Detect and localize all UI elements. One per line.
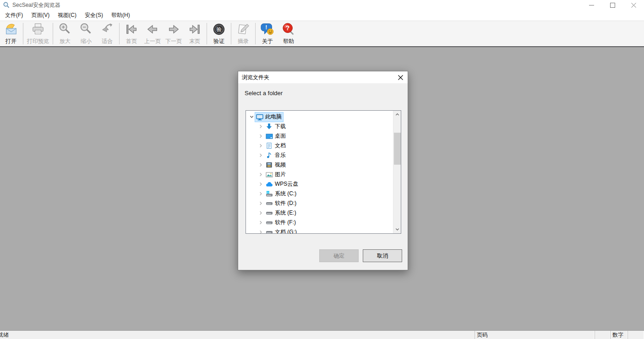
chevron-right-icon[interactable] [257, 171, 264, 178]
dialog-close-button[interactable] [393, 71, 408, 83]
toolbar-separator [207, 23, 207, 44]
tree-item-videos[interactable]: 视频 [246, 160, 401, 170]
fit-button[interactable]: 适合 [97, 21, 118, 46]
chevron-right-icon[interactable] [257, 161, 264, 168]
tree-item-music[interactable]: 音乐 [246, 151, 401, 160]
tree-item-wps-cloud[interactable]: WPS云盘 [246, 179, 401, 189]
tree-scrollbar[interactable] [393, 111, 401, 233]
svg-text:验: 验 [216, 27, 221, 32]
zoom-in-icon [58, 22, 72, 37]
tree-item-drive-g[interactable]: 文档 (G:) [246, 227, 401, 234]
tree-item-this-pc[interactable]: 此电脑 [246, 112, 401, 122]
prev-page-button[interactable]: 上一页 [142, 21, 163, 46]
tree-item-desktop[interactable]: 桌面 [246, 131, 401, 141]
chevron-right-icon[interactable] [257, 152, 264, 159]
titlebar: SecSeal安全阅览器 [0, 0, 644, 10]
menu-view[interactable]: 视图(C) [54, 10, 81, 21]
toolbar-separator [53, 23, 53, 44]
toolbar-label: 打开 [5, 38, 16, 45]
verify-button[interactable]: 验 验证 [208, 21, 229, 46]
toolbar-separator [119, 23, 120, 44]
next-page-icon [166, 22, 181, 37]
minimize-button[interactable] [581, 0, 602, 10]
tree-item-pictures[interactable]: 图片 [246, 170, 401, 179]
tree-item-drive-e[interactable]: 系统 (E:) [246, 208, 401, 218]
close-button[interactable] [623, 0, 644, 10]
cancel-button[interactable]: 取消 [363, 249, 402, 262]
chevron-right-icon[interactable] [257, 133, 264, 140]
tree-item-label: 系统 (C:) [274, 189, 298, 199]
toolbar-separator [255, 23, 256, 44]
chevron-right-icon[interactable] [257, 200, 264, 207]
chevron-right-icon[interactable] [257, 123, 264, 130]
status-empty-pane [595, 331, 610, 339]
open-button[interactable]: 打开 [0, 21, 22, 46]
folder-tree: 此电脑 下载 桌面 [246, 110, 401, 234]
toolbar-label: 放大 [60, 38, 71, 45]
menu-help[interactable]: 帮助(H) [107, 10, 134, 21]
toolbar-label: 适合 [102, 38, 113, 45]
chevron-right-icon[interactable] [257, 219, 264, 226]
tree-item-label: 此电脑 [265, 113, 283, 122]
drive-icon [265, 229, 273, 234]
maximize-button[interactable] [602, 0, 623, 10]
zoom-in-button[interactable]: 放大 [55, 21, 76, 46]
chevron-down-icon[interactable] [248, 113, 255, 120]
tree-item-label: 视频 [274, 161, 287, 170]
help-button[interactable]: ? 帮助 [278, 21, 299, 46]
excerpt-button[interactable]: 摘录 [233, 21, 254, 46]
menubar: 文件(F) 页面(V) 视图(C) 安全(S) 帮助(H) [0, 10, 644, 21]
tree-item-documents[interactable]: 文档 [246, 141, 401, 151]
toolbar-label: 缩小 [81, 38, 92, 45]
tree-item-drive-d[interactable]: 软件 (D:) [246, 199, 401, 208]
about-button[interactable]: ! 关于 [257, 21, 278, 46]
tree-item-label: 图片 [274, 170, 287, 179]
chevron-right-icon[interactable] [257, 229, 264, 234]
system-drive-icon [265, 190, 273, 198]
excerpt-icon [236, 22, 251, 37]
app-window: SecSeal安全阅览器 文件(F) 页面(V) 视图(C) 安全(S) 帮助(… [0, 0, 644, 339]
scroll-down-icon[interactable] [393, 226, 401, 233]
help-icon: ? [281, 22, 296, 37]
drive-icon [265, 219, 273, 226]
toolbar-label: 末页 [189, 38, 200, 45]
tree-item-drive-c[interactable]: 系统 (C:) [246, 189, 401, 199]
scrollbar-thumb[interactable] [394, 133, 401, 165]
chevron-right-icon[interactable] [257, 210, 264, 216]
print-preview-button[interactable]: 打印预览 [25, 21, 51, 46]
prev-page-icon [145, 22, 160, 37]
svg-text:!: ! [265, 24, 267, 31]
tree-item-downloads[interactable]: 下载 [246, 122, 401, 131]
selected-highlight: 此电脑 [255, 113, 283, 122]
dialog-prompt: Select a folder [245, 90, 283, 97]
fit-icon [100, 22, 115, 37]
pictures-icon [265, 171, 273, 178]
first-page-button[interactable]: 首页 [121, 21, 142, 46]
window-controls [581, 0, 644, 10]
drive-icon [265, 210, 273, 217]
chevron-right-icon[interactable] [257, 190, 264, 197]
print-preview-icon [31, 22, 45, 37]
ok-button[interactable]: 确定 [319, 249, 359, 262]
menu-security[interactable]: 安全(S) [81, 10, 107, 21]
documents-icon [265, 142, 273, 150]
music-icon [265, 152, 273, 159]
chevron-right-icon[interactable] [257, 181, 264, 188]
tree-item-label: 软件 (D:) [274, 199, 298, 208]
statusbar: 就绪 页码 数字 [0, 330, 644, 339]
menu-page[interactable]: 页面(V) [27, 10, 54, 21]
dialog-titlebar: 浏览文件夹 [238, 71, 408, 83]
verify-icon: 验 [212, 22, 226, 37]
zoom-out-button[interactable]: 缩小 [76, 21, 97, 46]
menu-file[interactable]: 文件(F) [1, 10, 27, 21]
tree-item-label: 桌面 [274, 132, 287, 141]
open-icon [4, 22, 18, 37]
scroll-up-icon[interactable] [393, 111, 401, 118]
tree-item-drive-f[interactable]: 软件 (F:) [246, 218, 401, 227]
computer-icon [256, 113, 263, 121]
next-page-button[interactable]: 下一页 [163, 21, 184, 46]
app-logo-icon [3, 1, 10, 9]
last-page-button[interactable]: 末页 [184, 21, 205, 46]
chevron-right-icon[interactable] [257, 142, 264, 149]
tree-item-label: 软件 (F:) [274, 218, 297, 227]
